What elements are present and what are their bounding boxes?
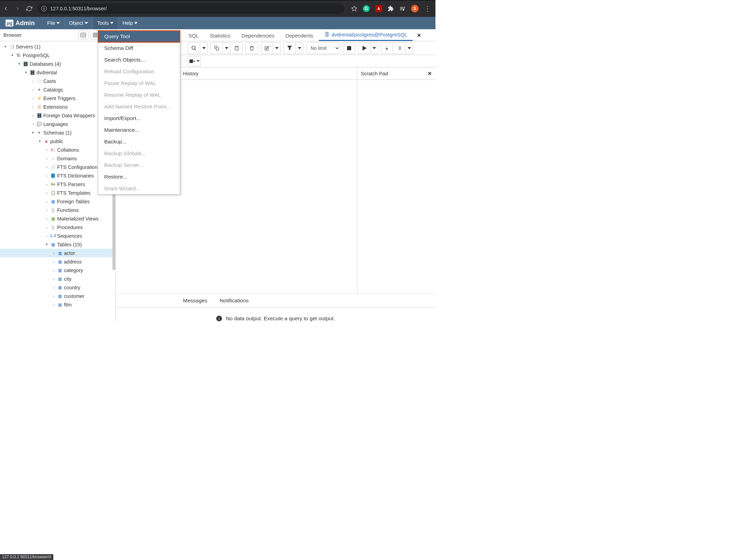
playlist-icon[interactable] xyxy=(399,6,406,12)
tree-sequences[interactable]: ›1..3Sequences xyxy=(0,231,115,240)
commit-button[interactable] xyxy=(381,42,393,54)
svg-rect-3 xyxy=(93,33,98,37)
chevron-down-icon xyxy=(134,22,138,24)
site-info-icon[interactable]: i xyxy=(41,6,47,11)
dd-schema-diff[interactable]: Schema Diff xyxy=(98,42,180,54)
edit-dropdown[interactable] xyxy=(273,42,281,54)
tab-messages[interactable]: Messages xyxy=(183,298,207,304)
tree-table-actor[interactable]: ›▦actor xyxy=(0,249,115,257)
tree-table-film[interactable]: ›▦film xyxy=(0,300,115,309)
macros-button[interactable] xyxy=(188,56,201,66)
database-icon: 🗄 xyxy=(324,32,330,37)
query-tool-icon[interactable] xyxy=(78,31,88,40)
edit-button[interactable] xyxy=(261,42,273,54)
chevron-down-icon xyxy=(110,22,114,24)
stop-button[interactable] xyxy=(343,42,355,54)
svg-marker-0 xyxy=(352,6,357,11)
tab-notifications[interactable]: Notifications xyxy=(220,298,249,304)
tab-sql[interactable]: SQL xyxy=(183,30,204,41)
pgadmin-logo: pg xyxy=(6,20,13,26)
tree-foreign-tables[interactable]: ›▦Foreign Tables xyxy=(0,197,115,206)
execute-dropdown[interactable] xyxy=(370,42,378,54)
menu-object[interactable]: Object xyxy=(64,17,93,29)
svg-point-2 xyxy=(82,34,85,36)
output-body: No data output. Execute a query to get o… xyxy=(116,308,435,322)
tools-dropdown: Query Tool Schema Diff Search Objects...… xyxy=(98,30,180,195)
profile-avatar[interactable]: S xyxy=(411,5,419,12)
menu-tools[interactable]: Tools xyxy=(93,17,118,29)
extensions-icon[interactable] xyxy=(388,6,394,12)
svg-point-22 xyxy=(219,317,219,317)
filter-dropdown[interactable] xyxy=(296,42,303,54)
pgadmin-brand: Admin xyxy=(15,20,35,27)
svg-rect-10 xyxy=(216,47,219,50)
svg-point-8 xyxy=(192,46,195,49)
dd-backup-globals: Backup Globals... xyxy=(98,148,180,159)
url-text: 127.0.0.1:50311/browser/ xyxy=(50,6,107,11)
dd-restore[interactable]: Restore... xyxy=(98,171,180,183)
tab-dependents[interactable]: Dependents xyxy=(280,30,319,41)
chevron-down-icon xyxy=(56,22,60,24)
svg-rect-21 xyxy=(219,318,220,320)
dd-search-objects[interactable]: Search Objects... xyxy=(98,54,180,66)
dd-pause-wal: Pause Replay of WAL xyxy=(98,77,180,89)
dd-restore-point: Add Named Restore Point... xyxy=(98,101,180,112)
grammarly-icon[interactable]: G xyxy=(363,5,370,12)
scratch-pad-area[interactable] xyxy=(357,80,435,293)
browser-title: Browser xyxy=(3,32,22,38)
execute-button[interactable] xyxy=(358,42,370,54)
scratch-pad-title: Scratch Pad xyxy=(361,71,388,76)
browser-chrome: i 127.0.0.1:50311/browser/ G A S ⋮ xyxy=(0,0,435,17)
chrome-extensions: G A S ⋮ xyxy=(351,4,431,13)
menu-file[interactable]: File xyxy=(43,17,64,29)
svg-rect-19 xyxy=(190,60,193,63)
info-icon xyxy=(216,315,222,322)
copy-dropdown[interactable] xyxy=(223,42,230,54)
reload-icon[interactable] xyxy=(26,6,32,12)
explain-dropdown[interactable] xyxy=(406,42,413,54)
close-scratch-icon[interactable]: ✕ xyxy=(428,71,432,76)
explain-button[interactable] xyxy=(393,42,406,54)
pgadmin-menubar: pg Admin File Object Tools Help xyxy=(0,17,435,29)
tree-tables[interactable]: ▾▦Tables (15) xyxy=(0,240,115,249)
dd-backup-server: Backup Server... xyxy=(98,159,180,171)
search-button[interactable] xyxy=(188,42,200,54)
menu-help[interactable]: Help xyxy=(118,17,142,29)
dd-query-tool[interactable]: Query Tool xyxy=(98,31,180,42)
dd-maintenance[interactable]: Maintenance... xyxy=(98,124,180,136)
dd-resume-wal: Resume Replay of WAL xyxy=(98,89,180,101)
star-icon[interactable] xyxy=(351,6,357,12)
tree-procedures[interactable]: ›()Procedures xyxy=(0,223,115,231)
output-message: No data output. Execute a query to get o… xyxy=(226,315,335,322)
acrobat-icon[interactable]: A xyxy=(375,5,382,12)
copy-button[interactable] xyxy=(210,42,223,54)
tab-dependencies[interactable]: Dependencies xyxy=(236,30,280,41)
nav-controls xyxy=(3,6,32,12)
back-icon[interactable] xyxy=(3,6,9,12)
tree-matviews[interactable]: ›▦Materialized Views xyxy=(0,214,115,223)
svg-line-9 xyxy=(195,49,196,50)
tree-functions[interactable]: ›{}Functions xyxy=(0,206,115,214)
search-dropdown[interactable] xyxy=(200,42,208,54)
tree-table-address[interactable]: ›▦address xyxy=(0,257,115,266)
svg-rect-1 xyxy=(81,33,86,37)
tree-table-country[interactable]: ›▦country xyxy=(0,283,115,292)
filter-button[interactable] xyxy=(283,42,296,54)
scratch-pad-panel: Scratch Pad ✕ xyxy=(357,67,435,293)
chrome-menu-icon[interactable]: ⋮ xyxy=(424,4,431,13)
tree-table-customer[interactable]: ›▦customer xyxy=(0,292,115,300)
tree-table-category[interactable]: ›▦category xyxy=(0,266,115,274)
dd-backup[interactable]: Backup... xyxy=(98,136,180,148)
limit-select[interactable]: No limit xyxy=(306,42,340,54)
tab-querytool[interactable]: 🗄dvdrental/postgres@PostgreSQL xyxy=(319,29,413,41)
delete-button[interactable] xyxy=(246,42,258,54)
forward-icon[interactable] xyxy=(14,6,21,12)
address-bar[interactable]: i 127.0.0.1:50311/browser/ xyxy=(37,3,344,14)
dd-grant-wizard: Grant Wizard... xyxy=(98,183,180,194)
tab-statistics[interactable]: Statistics xyxy=(204,30,236,41)
dd-import-export[interactable]: Import/Export... xyxy=(98,112,180,124)
dd-reload-config: Reload Configuration xyxy=(98,66,180,77)
paste-button[interactable] xyxy=(230,42,243,54)
tree-table-city[interactable]: ›▦city xyxy=(0,274,115,283)
close-tab-icon[interactable]: ✕ xyxy=(413,30,425,41)
